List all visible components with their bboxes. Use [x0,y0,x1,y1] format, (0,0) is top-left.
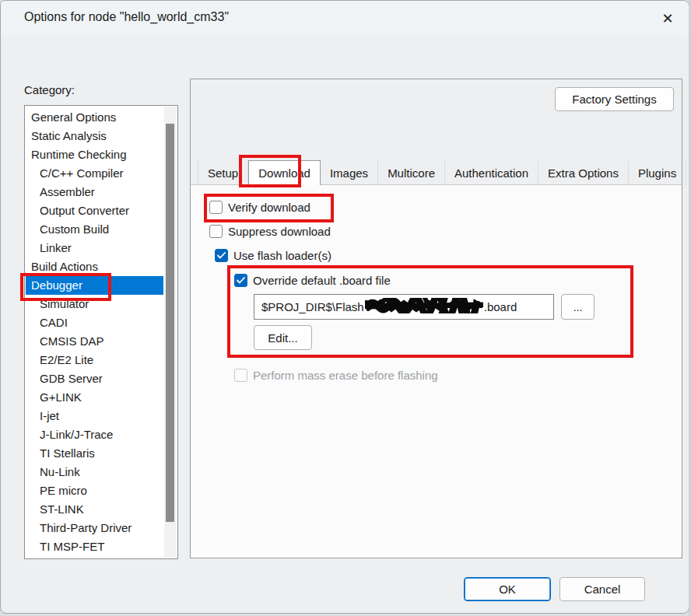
check-icon [217,252,226,259]
tab-multicore[interactable]: Multicore [378,160,445,185]
mass-erase-row: Perform mass erase before flashing [234,369,438,382]
factory-settings-button[interactable]: Factory Settings [555,87,674,111]
override-board-file-label: Override default .board file [253,274,391,287]
category-scrollbar[interactable] [164,107,177,558]
browse-button[interactable]: ... [561,294,595,320]
category-item-general-options[interactable]: General Options [26,108,163,127]
tab-plugins[interactable]: Plugins [629,160,686,185]
category-item-gdb-server[interactable]: GDB Server [26,369,163,388]
category-item-i-jet[interactable]: I-jet [26,407,163,425]
tab-images[interactable]: Images [321,160,378,185]
verify-download-label: Verify download [228,201,310,214]
category-list: General OptionsStatic AnalysisRuntime Ch… [26,108,163,556]
tab-download[interactable]: Download [248,160,321,185]
cancel-button[interactable]: Cancel [559,577,645,601]
board-file-path-prefix: $PROJ_DIR$\Flash [261,300,364,313]
category-item-ti-stellaris[interactable]: TI Stellaris [26,444,163,463]
board-file-path-suffix: .board [484,300,517,313]
category-item-output-converter[interactable]: Output Converter [26,201,163,220]
category-item-assembler[interactable]: Assembler [26,183,163,201]
category-item-build-actions[interactable]: Build Actions [26,257,163,276]
tab-authentication[interactable]: Authentication [445,160,538,185]
category-listbox: General OptionsStatic AnalysisRuntime Ch… [24,105,178,559]
category-item-g-link[interactable]: G+LINK [26,388,163,407]
category-item-custom-build[interactable]: Custom Build [26,220,163,239]
mass-erase-checkbox[interactable] [234,369,247,382]
use-flash-loaders-label: Use flash loader(s) [233,249,331,262]
category-label: Category: [24,83,75,96]
suppress-download-label: Suppress download [228,225,331,238]
category-item-cadi[interactable]: CADI [26,313,163,332]
category-item-c-c-compiler[interactable]: C/C++ Compiler [26,164,163,183]
tab-strip: SetupDownloadImagesMulticoreAuthenticati… [191,160,682,185]
redaction-scribble [365,298,483,316]
category-item-simulator[interactable]: Simulator [26,295,163,313]
suppress-download-checkbox[interactable] [209,225,223,238]
category-item-debugger[interactable]: Debugger [26,276,163,295]
category-item-j-link-j-trace[interactable]: J-Link/J-Trace [26,425,163,444]
category-item-runtime-checking[interactable]: Runtime Checking [26,145,163,164]
override-board-file-checkbox[interactable] [234,274,247,287]
category-item-linker[interactable]: Linker [26,239,163,257]
category-item-pe-micro[interactable]: PE micro [26,481,163,500]
tab-extra-options[interactable]: Extra Options [538,160,629,185]
board-file-path-input[interactable]: $PROJ_DIR$\Flash.board [254,294,554,320]
suppress-download-row: Suppress download [209,225,331,238]
category-item-nu-link[interactable]: Nu-Link [26,463,163,481]
edit-button[interactable]: Edit... [254,325,312,350]
override-board-file-row: Override default .board file [234,274,391,287]
category-item-third-party-driver[interactable]: Third-Party Driver [26,519,163,537]
check-icon [237,277,245,284]
close-icon[interactable]: ✕ [658,9,678,29]
ok-button[interactable]: OK [464,577,551,601]
verify-download-checkbox[interactable] [209,201,223,214]
mass-erase-label: Perform mass erase before flashing [253,369,438,382]
scrollbar-thumb[interactable] [166,124,174,522]
category-item-st-link[interactable]: ST-LINK [26,500,163,519]
tab-setup[interactable]: Setup [198,160,248,185]
use-flash-loaders-row: Use flash loader(s) [215,249,331,262]
category-item-static-analysis[interactable]: Static Analysis [26,127,163,145]
category-item-e2-e2-lite[interactable]: E2/E2 Lite [26,351,163,369]
category-item-cmsis-dap[interactable]: CMSIS DAP [26,332,163,351]
verify-download-row: Verify download [209,201,310,214]
category-item-ti-msp-fet[interactable]: TI MSP-FET [26,537,163,556]
options-dialog: Options for node "hello_world_cm33" ✕ Ca… [0,0,689,614]
title-bar: Options for node "hello_world_cm33" ✕ [1,1,689,36]
use-flash-loaders-checkbox[interactable] [215,249,228,262]
dialog-title: Options for node "hello_world_cm33" [24,10,229,24]
